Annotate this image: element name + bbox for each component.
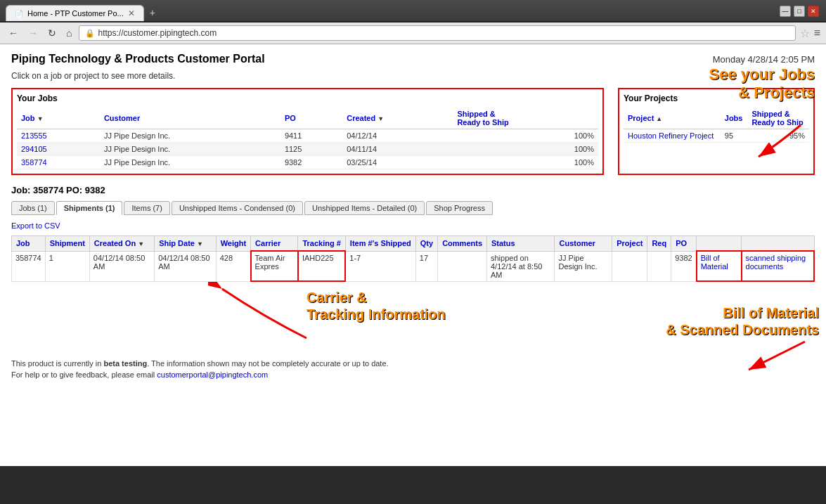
jobs-col-job: Job ▼	[17, 108, 100, 129]
ship-col-tracking: Tracking #	[298, 236, 345, 252]
ship-col-created: Created On ▼	[89, 236, 154, 252]
ship-col-status: Status	[487, 236, 555, 252]
job-number-cell[interactable]: 294105	[17, 143, 100, 156]
ship-col-po: PO	[671, 236, 697, 252]
ship-col-job: Job	[12, 236, 46, 252]
ship-bill[interactable]: Bill of Material	[697, 251, 742, 281]
job-po-cell: 9382	[280, 156, 342, 169]
job-po-cell: 9411	[280, 129, 342, 143]
job-row[interactable]: 213555 JJ Pipe Design Inc. 9411 04/12/14…	[17, 129, 598, 143]
shipment-row: 358774 1 04/12/14 08:50 AM 04/12/14 08:5…	[12, 251, 815, 281]
jobs-col-created: Created ▼	[342, 108, 453, 129]
tab-favicon: 📄	[15, 10, 23, 18]
projects-table: Project ▲ Jobs Shipped &Ready to Ship Ho…	[624, 108, 809, 143]
callout-carrier-tracking: Carrier &Tracking Information	[306, 289, 446, 323]
your-projects-section: Your Projects Project ▲ Jobs Shipped &Re…	[618, 88, 815, 175]
job-customer-cell: JJ Pipe Design Inc.	[100, 156, 280, 169]
address-bar[interactable]: 🔒 https://customer.pipingtech.com	[79, 25, 795, 41]
project-row[interactable]: Houston Refinery Project 95 95%	[624, 129, 809, 143]
jobs-col-po: PO	[280, 108, 342, 129]
tab-jobs--1-[interactable]: Jobs (1)	[11, 201, 55, 215]
tab-shipments--1-[interactable]: Shipments (1)	[56, 201, 123, 215]
ship-weight: 428	[216, 251, 250, 281]
ship-col-items: Item #'s Shipped	[345, 236, 415, 252]
job-created-cell: 04/12/14	[342, 129, 453, 143]
job-po-cell: 1125	[280, 143, 342, 156]
ship-created: 04/12/14 08:50 AM	[89, 251, 154, 281]
ship-col-scanned	[742, 236, 814, 252]
ship-shipment: 1	[45, 251, 89, 281]
job-number-cell[interactable]: 358774	[17, 156, 100, 169]
feedback-email-link[interactable]: customerportal@pipingtech.com	[157, 370, 268, 379]
projects-col-project: Project ▲	[624, 108, 721, 129]
export-csv-link[interactable]: Export to CSV	[11, 221, 60, 230]
job-detail-header: Job: 358774 PO: 9382	[11, 185, 815, 195]
ship-tracking: IAHD225	[298, 251, 345, 281]
lock-icon: 🔒	[85, 29, 95, 38]
job-row[interactable]: 358774 JJ Pipe Design Inc. 9382 03/25/14…	[17, 156, 598, 169]
page-datetime: Monday 4/28/14 2:05 PM	[713, 54, 815, 65]
ship-customer: JJ Pipe Design Inc.	[555, 251, 612, 281]
jobs-table: Job ▼ Customer PO Created ▼ Shipped &Rea…	[17, 108, 598, 169]
job-customer-cell: JJ Pipe Design Inc.	[100, 143, 280, 156]
browser-tab[interactable]: 📄 Home - PTP Customer Po... ✕	[6, 5, 144, 21]
ship-qty: 17	[415, 251, 437, 281]
ship-col-shipment: Shipment	[45, 236, 89, 252]
callout-bill-material-wrapper: Bill of Material& Scanned Documents	[666, 304, 819, 373]
bookmark-button[interactable]: ☆	[800, 27, 810, 40]
ship-col-bill	[697, 236, 742, 252]
job-created-cell: 03/25/14	[342, 156, 453, 169]
url-text: https://customer.pipingtech.com	[98, 28, 217, 38]
project-shipped-cell: 95%	[747, 129, 809, 143]
project-jobs-cell: 95	[721, 129, 748, 143]
job-number-cell[interactable]: 213555	[17, 129, 100, 143]
job-shipped-cell: 100%	[453, 143, 598, 156]
ship-col-customer: Customer	[555, 236, 612, 252]
shipments-table-wrap: Job Shipment Created On ▼ Ship Date ▼ We…	[11, 235, 815, 282]
ship-col-req: Req	[647, 236, 671, 252]
ship-scanned[interactable]: scanned shipping documents	[742, 251, 814, 281]
ship-col-weight: Weight	[216, 236, 250, 252]
reload-button[interactable]: ↻	[45, 26, 59, 40]
ship-req	[647, 251, 671, 281]
tabs-bar: Jobs (1)Shipments (1)Items (7)Unshipped …	[11, 201, 815, 215]
your-jobs-title: Your Jobs	[17, 93, 598, 103]
callout-bill-material: Bill of Material& Scanned Documents	[666, 304, 819, 338]
job-row[interactable]: 294105 JJ Pipe Design Inc. 1125 04/11/14…	[17, 143, 598, 156]
job-created-cell: 04/11/14	[342, 143, 453, 156]
job-customer-cell: JJ Pipe Design Inc.	[100, 129, 280, 143]
maximize-button[interactable]: □	[794, 6, 805, 17]
ship-col-comments: Comments	[438, 236, 487, 252]
new-tab-button[interactable]: +	[144, 4, 161, 21]
menu-button[interactable]: ≡	[814, 27, 820, 39]
back-button[interactable]: ←	[6, 26, 21, 40]
ship-col-shipdate: Ship Date ▼	[155, 236, 216, 252]
tab-close-button[interactable]: ✕	[128, 8, 135, 18]
project-name-cell[interactable]: Houston Refinery Project	[624, 129, 721, 143]
tab-unshipped-items---condensed--0-[interactable]: Unshipped Items - Condensed (0)	[172, 201, 303, 215]
ship-col-carrier: Carrier	[251, 236, 298, 252]
projects-col-shipped: Shipped &Ready to Ship	[747, 108, 809, 129]
jobs-col-shipped: Shipped &Ready to Ship	[453, 108, 598, 129]
home-button[interactable]: ⌂	[63, 26, 75, 40]
jobs-col-customer: Customer	[100, 108, 280, 129]
tab-items--7-[interactable]: Items (7)	[124, 201, 169, 215]
tab-unshipped-items---detailed--0-[interactable]: Unshipped Items - Detailed (0)	[304, 201, 425, 215]
ship-col-project: Project	[612, 236, 647, 252]
ship-date: 04/12/14 08:50 AM	[155, 251, 216, 281]
your-projects-title: Your Projects	[624, 93, 809, 103]
minimize-button[interactable]: —	[780, 6, 791, 17]
projects-col-jobs: Jobs	[721, 108, 748, 129]
your-jobs-section: Your Jobs Job ▼ Customer PO Created ▼ Sh…	[11, 88, 604, 175]
forward-button[interactable]: →	[25, 26, 41, 40]
ship-project	[612, 251, 647, 281]
job-shipped-cell: 100%	[453, 129, 598, 143]
ship-col-qty: Qty	[415, 236, 437, 252]
tab-shop-progress[interactable]: Shop Progress	[426, 201, 493, 215]
page-title: Piping Technology & Products Customer Po…	[11, 53, 265, 65]
ship-comments	[438, 251, 487, 281]
close-window-button[interactable]: ✕	[808, 6, 819, 17]
ship-job: 358774	[12, 251, 46, 281]
ship-status: shipped on 4/12/14 at 8:50 AM	[487, 251, 555, 281]
ship-carrier: Team Air Expres	[251, 251, 298, 281]
